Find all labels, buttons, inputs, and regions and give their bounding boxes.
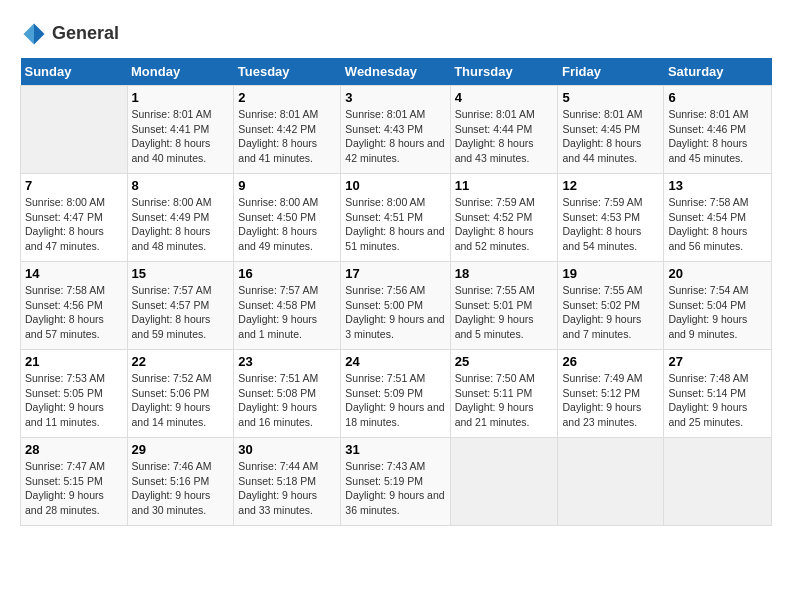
calendar-cell: 28 Sunrise: 7:47 AM Sunset: 5:15 PM Dayl…: [21, 438, 128, 526]
day-info: Sunrise: 7:47 AM Sunset: 5:15 PM Dayligh…: [25, 459, 123, 518]
day-info: Sunrise: 7:51 AM Sunset: 5:09 PM Dayligh…: [345, 371, 445, 430]
logo-icon: [20, 20, 48, 48]
sunrise-label: Sunrise: 7:44 AM: [238, 460, 318, 472]
sunrise-label: Sunrise: 7:54 AM: [668, 284, 748, 296]
day-number: 15: [132, 266, 230, 281]
calendar-cell: 6 Sunrise: 8:01 AM Sunset: 4:46 PM Dayli…: [664, 86, 772, 174]
daylight-label: Daylight: 9 hours and 23 minutes.: [562, 401, 641, 428]
day-info: Sunrise: 7:54 AM Sunset: 5:04 PM Dayligh…: [668, 283, 767, 342]
sunrise-label: Sunrise: 8:00 AM: [238, 196, 318, 208]
day-info: Sunrise: 7:57 AM Sunset: 4:58 PM Dayligh…: [238, 283, 336, 342]
day-info: Sunrise: 7:59 AM Sunset: 4:52 PM Dayligh…: [455, 195, 554, 254]
sunrise-label: Sunrise: 7:53 AM: [25, 372, 105, 384]
calendar-cell: 21 Sunrise: 7:53 AM Sunset: 5:05 PM Dayl…: [21, 350, 128, 438]
daylight-label: Daylight: 8 hours and 42 minutes.: [345, 137, 444, 164]
sunset-label: Sunset: 5:05 PM: [25, 387, 103, 399]
day-number: 19: [562, 266, 659, 281]
sunrise-label: Sunrise: 7:49 AM: [562, 372, 642, 384]
sunset-label: Sunset: 5:15 PM: [25, 475, 103, 487]
calendar-cell: 24 Sunrise: 7:51 AM Sunset: 5:09 PM Dayl…: [341, 350, 450, 438]
week-row-4: 21 Sunrise: 7:53 AM Sunset: 5:05 PM Dayl…: [21, 350, 772, 438]
day-number: 23: [238, 354, 336, 369]
weekday-header-saturday: Saturday: [664, 58, 772, 86]
daylight-label: Daylight: 8 hours and 47 minutes.: [25, 225, 104, 252]
daylight-label: Daylight: 9 hours and 7 minutes.: [562, 313, 641, 340]
day-number: 14: [25, 266, 123, 281]
calendar-cell: 19 Sunrise: 7:55 AM Sunset: 5:02 PM Dayl…: [558, 262, 664, 350]
sunset-label: Sunset: 4:45 PM: [562, 123, 640, 135]
day-number: 9: [238, 178, 336, 193]
sunrise-label: Sunrise: 7:59 AM: [562, 196, 642, 208]
sunset-label: Sunset: 4:58 PM: [238, 299, 316, 311]
daylight-label: Daylight: 8 hours and 54 minutes.: [562, 225, 641, 252]
calendar-cell: 20 Sunrise: 7:54 AM Sunset: 5:04 PM Dayl…: [664, 262, 772, 350]
sunset-label: Sunset: 4:56 PM: [25, 299, 103, 311]
weekday-header-thursday: Thursday: [450, 58, 558, 86]
calendar-cell: 14 Sunrise: 7:58 AM Sunset: 4:56 PM Dayl…: [21, 262, 128, 350]
daylight-label: Daylight: 9 hours and 30 minutes.: [132, 489, 211, 516]
daylight-label: Daylight: 9 hours and 21 minutes.: [455, 401, 534, 428]
day-info: Sunrise: 8:00 AM Sunset: 4:47 PM Dayligh…: [25, 195, 123, 254]
day-info: Sunrise: 8:01 AM Sunset: 4:44 PM Dayligh…: [455, 107, 554, 166]
sunset-label: Sunset: 5:08 PM: [238, 387, 316, 399]
page-header: General: [20, 20, 772, 48]
calendar-cell: 17 Sunrise: 7:56 AM Sunset: 5:00 PM Dayl…: [341, 262, 450, 350]
sunset-label: Sunset: 4:51 PM: [345, 211, 423, 223]
daylight-label: Daylight: 8 hours and 56 minutes.: [668, 225, 747, 252]
sunrise-label: Sunrise: 8:00 AM: [345, 196, 425, 208]
sunrise-label: Sunrise: 7:58 AM: [668, 196, 748, 208]
day-info: Sunrise: 7:55 AM Sunset: 5:02 PM Dayligh…: [562, 283, 659, 342]
sunset-label: Sunset: 4:50 PM: [238, 211, 316, 223]
sunset-label: Sunset: 5:01 PM: [455, 299, 533, 311]
daylight-label: Daylight: 8 hours and 40 minutes.: [132, 137, 211, 164]
daylight-label: Daylight: 8 hours and 49 minutes.: [238, 225, 317, 252]
day-info: Sunrise: 7:56 AM Sunset: 5:00 PM Dayligh…: [345, 283, 445, 342]
day-info: Sunrise: 7:53 AM Sunset: 5:05 PM Dayligh…: [25, 371, 123, 430]
sunset-label: Sunset: 4:52 PM: [455, 211, 533, 223]
sunset-label: Sunset: 5:09 PM: [345, 387, 423, 399]
day-number: 5: [562, 90, 659, 105]
sunset-label: Sunset: 4:53 PM: [562, 211, 640, 223]
day-info: Sunrise: 7:58 AM Sunset: 4:54 PM Dayligh…: [668, 195, 767, 254]
sunrise-label: Sunrise: 7:51 AM: [345, 372, 425, 384]
weekday-header-monday: Monday: [127, 58, 234, 86]
sunset-label: Sunset: 4:57 PM: [132, 299, 210, 311]
calendar-cell: 10 Sunrise: 8:00 AM Sunset: 4:51 PM Dayl…: [341, 174, 450, 262]
sunrise-label: Sunrise: 7:48 AM: [668, 372, 748, 384]
day-number: 31: [345, 442, 445, 457]
day-number: 28: [25, 442, 123, 457]
sunset-label: Sunset: 5:00 PM: [345, 299, 423, 311]
weekday-header-row: SundayMondayTuesdayWednesdayThursdayFrid…: [21, 58, 772, 86]
day-info: Sunrise: 7:49 AM Sunset: 5:12 PM Dayligh…: [562, 371, 659, 430]
calendar-cell: [664, 438, 772, 526]
sunrise-label: Sunrise: 7:57 AM: [238, 284, 318, 296]
day-number: 27: [668, 354, 767, 369]
sunset-label: Sunset: 4:43 PM: [345, 123, 423, 135]
day-number: 10: [345, 178, 445, 193]
calendar-cell: 9 Sunrise: 8:00 AM Sunset: 4:50 PM Dayli…: [234, 174, 341, 262]
week-row-5: 28 Sunrise: 7:47 AM Sunset: 5:15 PM Dayl…: [21, 438, 772, 526]
sunset-label: Sunset: 4:47 PM: [25, 211, 103, 223]
calendar-cell: [21, 86, 128, 174]
day-number: 13: [668, 178, 767, 193]
day-info: Sunrise: 8:00 AM Sunset: 4:51 PM Dayligh…: [345, 195, 445, 254]
calendar-cell: [450, 438, 558, 526]
calendar-cell: 29 Sunrise: 7:46 AM Sunset: 5:16 PM Dayl…: [127, 438, 234, 526]
week-row-1: 1 Sunrise: 8:01 AM Sunset: 4:41 PM Dayli…: [21, 86, 772, 174]
calendar-cell: 16 Sunrise: 7:57 AM Sunset: 4:58 PM Dayl…: [234, 262, 341, 350]
daylight-label: Daylight: 8 hours and 51 minutes.: [345, 225, 444, 252]
calendar-cell: 12 Sunrise: 7:59 AM Sunset: 4:53 PM Dayl…: [558, 174, 664, 262]
day-number: 22: [132, 354, 230, 369]
sunset-label: Sunset: 5:04 PM: [668, 299, 746, 311]
sunrise-label: Sunrise: 8:00 AM: [25, 196, 105, 208]
sunrise-label: Sunrise: 7:56 AM: [345, 284, 425, 296]
calendar-cell: 1 Sunrise: 8:01 AM Sunset: 4:41 PM Dayli…: [127, 86, 234, 174]
day-info: Sunrise: 7:58 AM Sunset: 4:56 PM Dayligh…: [25, 283, 123, 342]
day-number: 20: [668, 266, 767, 281]
day-number: 7: [25, 178, 123, 193]
calendar-cell: 26 Sunrise: 7:49 AM Sunset: 5:12 PM Dayl…: [558, 350, 664, 438]
day-number: 17: [345, 266, 445, 281]
calendar-cell: 5 Sunrise: 8:01 AM Sunset: 4:45 PM Dayli…: [558, 86, 664, 174]
daylight-label: Daylight: 8 hours and 48 minutes.: [132, 225, 211, 252]
week-row-3: 14 Sunrise: 7:58 AM Sunset: 4:56 PM Dayl…: [21, 262, 772, 350]
